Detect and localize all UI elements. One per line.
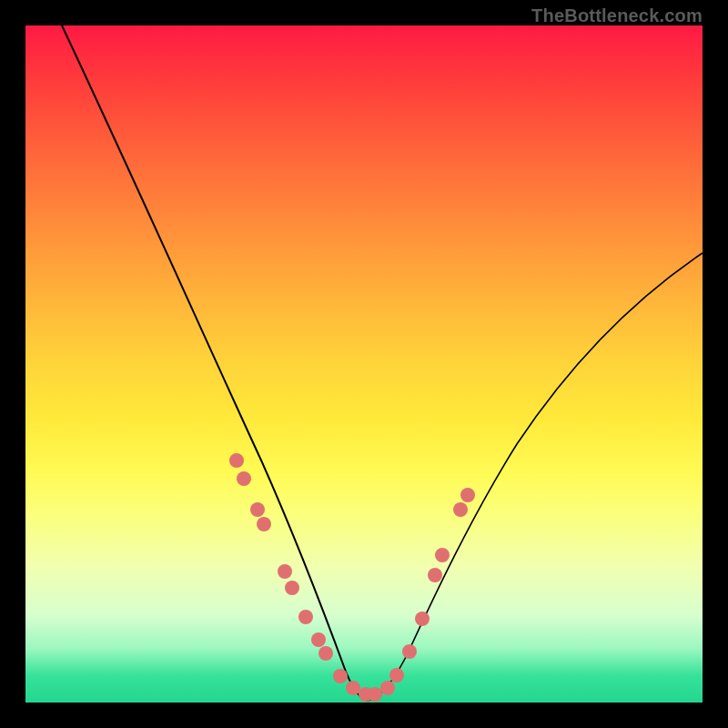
scatter-points (229, 453, 475, 702)
dot (402, 644, 417, 659)
dot (346, 681, 360, 695)
dot (250, 502, 265, 517)
dot (428, 568, 442, 582)
dot (278, 564, 292, 579)
curve-left-branch (62, 25, 368, 701)
chart-frame (25, 25, 703, 703)
watermark-text: TheBottleneck.com (531, 5, 703, 26)
dot (333, 669, 348, 683)
dot (389, 668, 404, 682)
dot (237, 471, 251, 486)
chart-svg (25, 25, 703, 703)
dot (460, 488, 475, 502)
dot (318, 646, 333, 661)
dot (368, 687, 382, 702)
dot (435, 548, 450, 562)
dot (453, 502, 468, 517)
curve-right-branch (368, 253, 703, 701)
dot (415, 612, 430, 626)
dot (311, 632, 326, 647)
dot (380, 681, 395, 695)
dot (257, 517, 271, 531)
dot (298, 610, 313, 624)
dot (285, 581, 299, 595)
dot (229, 453, 244, 468)
